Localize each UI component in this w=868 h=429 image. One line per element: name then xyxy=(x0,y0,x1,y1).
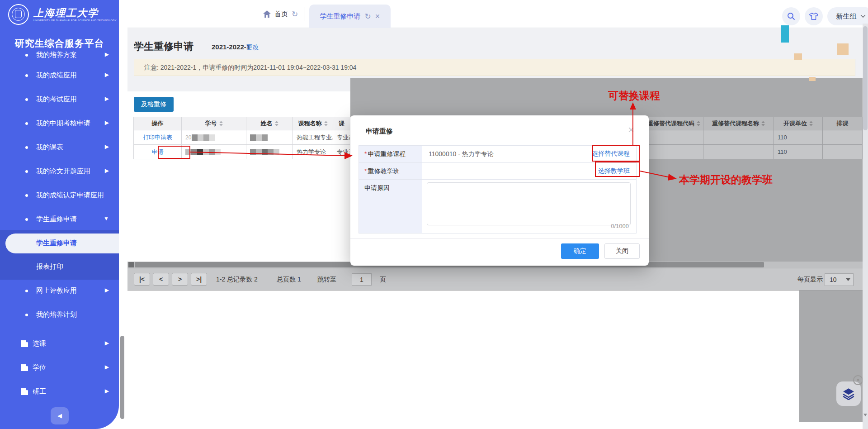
choose-replace-course-link[interactable]: 选择替代课程 xyxy=(592,150,630,158)
university-name-en: UNIVERSITY OF SHANGHAI FOR SCIENCE AND T… xyxy=(33,19,117,22)
sort-icon[interactable] xyxy=(809,121,813,126)
sidebar-item-4[interactable]: 我的课表▶ xyxy=(0,138,119,157)
sidebar-item-2[interactable]: 我的考试应用▶ xyxy=(0,91,119,109)
sidebar-item-8[interactable]: 学生重修申请 xyxy=(5,234,119,253)
sidebar-item-10[interactable]: 网上评教应用▶ xyxy=(0,282,119,300)
float-widget-button[interactable] xyxy=(836,381,861,406)
bullet-icon xyxy=(25,146,28,149)
first-page-button[interactable]: |< xyxy=(134,273,150,286)
redacted-id xyxy=(192,134,215,141)
sidebar-collapse-button[interactable]: ◀ xyxy=(51,407,69,424)
sidebar-item-6[interactable]: 我的成绩认定申请应用 xyxy=(0,186,119,205)
modal-close-icon[interactable]: × xyxy=(628,124,634,135)
book-icon xyxy=(21,388,28,395)
per-page-value: 10 xyxy=(830,276,837,283)
sidebar-item-label: 学位 xyxy=(33,363,46,372)
col-replace-name[interactable]: 重修替代课程名称 xyxy=(703,117,774,130)
redacted-block xyxy=(794,53,802,60)
table-header-row: 重修替代课程代码 重修替代课程名称 开课单位 排课 xyxy=(644,117,863,130)
retake-table: 操作 学号 姓名 课程名称 课 打印申请表 20 热能工程专业... 专业基 申… xyxy=(133,117,350,159)
sort-icon[interactable] xyxy=(275,121,278,126)
modal-footer-divider xyxy=(350,238,649,239)
redacted-id xyxy=(185,149,221,155)
sidebar-item-9[interactable]: 报表打印 xyxy=(0,258,119,276)
chevron-right-icon: ▶ xyxy=(105,95,109,102)
chevron-right-icon: ▶ xyxy=(105,388,109,394)
chevron-right-icon: ▶ xyxy=(105,143,109,150)
print-application-link[interactable]: 打印申请表 xyxy=(133,130,182,145)
modal-title: 申请重修 xyxy=(366,127,393,136)
refresh-icon[interactable]: ↻ xyxy=(365,13,371,20)
sidebar-item-12[interactable]: 选课▶ xyxy=(0,335,119,353)
user-group-dropdown[interactable]: 新生组 xyxy=(827,7,868,25)
col-name[interactable]: 姓名 xyxy=(246,117,293,130)
search-icon xyxy=(787,12,795,20)
redacted-block xyxy=(837,43,849,55)
close-button[interactable]: 关闭 xyxy=(604,243,640,259)
sidebar-item-3[interactable]: 我的中期考核申请▶ xyxy=(0,114,119,133)
choose-teaching-class-link[interactable]: 选择教学班 xyxy=(598,167,630,175)
prev-page-button[interactable]: < xyxy=(153,273,169,286)
annotation-replace-course: 可替换课程 xyxy=(608,89,660,103)
retake-course-value: 11000010 - 热力学专论 xyxy=(429,150,494,158)
course-name-cell: 热能工程专业... xyxy=(293,130,333,145)
sidebar-item-7[interactable]: 学生重修申请▼ xyxy=(0,210,119,229)
sidebar-item-11[interactable]: 我的培养计划 xyxy=(0,306,119,324)
sort-icon[interactable] xyxy=(324,121,328,126)
col-student-id[interactable]: 学号 xyxy=(182,117,246,130)
tab-divider xyxy=(305,7,305,21)
book-icon xyxy=(21,364,28,371)
sidebar-item-0[interactable]: 我的培养方案▶ xyxy=(0,51,119,64)
table-row: 110 xyxy=(644,130,863,145)
reason-textarea[interactable] xyxy=(427,182,631,225)
chevron-right-icon: ▶ xyxy=(105,51,109,57)
tab-student-retake[interactable]: 学生重修申请 ↻ × xyxy=(309,5,391,28)
tshirt-icon xyxy=(809,12,819,21)
last-page-button[interactable]: >| xyxy=(191,273,207,286)
chevron-right-icon: ▶ xyxy=(105,340,109,346)
term-value: 2021-2022-1 xyxy=(212,43,250,51)
sort-icon[interactable] xyxy=(761,121,765,126)
theme-button[interactable] xyxy=(805,7,823,25)
per-page-select[interactable]: 10 xyxy=(825,273,854,286)
search-button[interactable] xyxy=(782,7,800,25)
course-nature-cell: 专业基 xyxy=(333,130,350,145)
form-row-class: *重修教学班 选择教学班 xyxy=(359,163,637,180)
close-icon[interactable]: × xyxy=(375,12,380,20)
col-unit[interactable]: 开课单位 xyxy=(774,117,823,130)
student-name-cell xyxy=(246,145,293,159)
sidebar: 上海理工大学 UNIVERSITY OF SHANGHAI FOR SCIENC… xyxy=(0,0,127,429)
change-term-link[interactable]: 更改 xyxy=(246,43,259,52)
sort-icon[interactable] xyxy=(697,121,700,126)
university-name: 上海理工大学 xyxy=(33,6,99,20)
sidebar-item-13[interactable]: 学位▶ xyxy=(0,359,119,377)
vertical-scrollbar-thumb[interactable] xyxy=(863,26,868,130)
col-course-name[interactable]: 课程名称 xyxy=(293,117,333,130)
confirm-button[interactable]: 确定 xyxy=(561,243,599,259)
sort-icon[interactable] xyxy=(219,121,223,126)
col-replace-code[interactable]: 重修替代课程代码 xyxy=(644,117,703,130)
sidebar-item-label: 我的课表 xyxy=(36,143,63,152)
layers-icon xyxy=(842,387,855,400)
float-widget-close-icon[interactable]: × xyxy=(853,375,863,385)
sidebar-item-1[interactable]: 我的成绩应用▶ xyxy=(0,67,119,85)
refresh-icon[interactable]: ↻ xyxy=(292,10,298,18)
student-id-cell xyxy=(182,145,246,159)
chevron-right-icon: ▶ xyxy=(105,72,109,78)
sidebar-item-14[interactable]: 研工▶ xyxy=(0,383,119,401)
bullet-icon xyxy=(25,98,28,101)
chevron-right-icon: ▶ xyxy=(105,167,109,174)
next-page-button[interactable]: > xyxy=(172,273,188,286)
goto-page-input[interactable] xyxy=(352,273,372,286)
sidebar-item-5[interactable]: 我的论文开题应用▶ xyxy=(0,162,119,181)
tab-home[interactable]: 首页 ↻ xyxy=(263,8,298,20)
form-row-reason: 申请原因 0/1000 xyxy=(359,180,637,234)
pass-retake-button[interactable]: 及格重修 xyxy=(134,97,174,112)
pagination-bar: |< < > >| 1-2 总记录数 2 总页数 1 跳转至 页 每页显示 10 xyxy=(127,268,863,291)
table-header-row: 操作 学号 姓名 课程名称 课 xyxy=(133,117,350,130)
bullet-icon xyxy=(25,218,28,221)
sidebar-scrollbar-thumb[interactable] xyxy=(120,336,124,419)
apply-link[interactable]: 申请 xyxy=(133,145,182,159)
dropdown-arrow-icon xyxy=(846,278,850,281)
vertical-scrollbar[interactable] xyxy=(863,24,868,429)
